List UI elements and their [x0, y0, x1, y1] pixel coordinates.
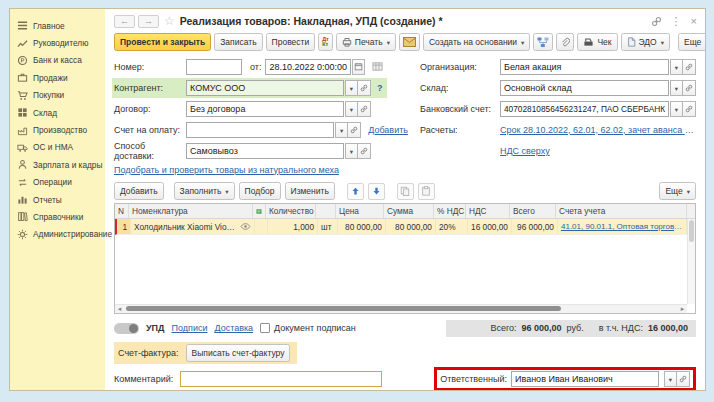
settlements-link[interactable]: Срок 28.10.2022, 62.01, 62.02, зачет ава…: [500, 125, 696, 135]
back-button[interactable]: [114, 15, 135, 28]
dt-kt-postings-button[interactable]: ДтКт: [318, 33, 333, 51]
sidebar-item-proizvodstvo[interactable]: Производство: [10, 121, 105, 138]
number-input[interactable]: [186, 59, 242, 75]
scrollbar-thumb[interactable]: [126, 306, 561, 311]
window-menu-icon[interactable]: [671, 15, 682, 28]
sidebar-item-prodazhi[interactable]: Продажи: [10, 69, 105, 86]
total-cell[interactable]: 96 000,00: [512, 219, 558, 234]
contract-dropdown-button[interactable]: [345, 101, 358, 117]
fill-button[interactable]: Заполнить: [174, 182, 235, 200]
signatures-link[interactable]: Подписи: [171, 323, 207, 333]
horizontal-scrollbar[interactable]: [115, 304, 687, 313]
scroll-right-arrow[interactable]: [678, 305, 687, 313]
responsible-dropdown-button[interactable]: [664, 371, 677, 387]
sidebar-item-administrirovanie[interactable]: Администрирование: [10, 226, 105, 243]
paste-rows-button[interactable]: [418, 183, 435, 200]
sidebar-item-sklad[interactable]: Склад: [10, 104, 105, 121]
accounts-cell[interactable]: 41.01, 90.01.1, Оптовая торговля, 90.02.…: [558, 219, 687, 234]
sum-cell[interactable]: 80 000,00: [386, 219, 436, 234]
vertical-scrollbar[interactable]: [687, 219, 695, 304]
items-more-button[interactable]: Еще: [659, 182, 696, 200]
col-sum[interactable]: Сумма: [384, 204, 434, 218]
payment-invoice-input[interactable]: [186, 122, 334, 138]
warehouse-open-button[interactable]: [683, 80, 696, 96]
attachments-button[interactable]: [556, 33, 574, 51]
vat-cell[interactable]: 16 000,00: [468, 219, 512, 234]
contract-input[interactable]: Без договора: [186, 101, 344, 117]
issue-invoice-button[interactable]: Выписать счет-фактуру: [186, 344, 291, 362]
fur-check-link[interactable]: Подобрать и проверить товары из натураль…: [114, 165, 339, 175]
col-vat[interactable]: НДС: [466, 204, 510, 218]
upd-toggle[interactable]: [114, 323, 139, 334]
document-signed-checkbox[interactable]: [260, 323, 270, 333]
scrollbar-thumb[interactable]: [689, 220, 694, 242]
send-email-button[interactable]: [399, 33, 420, 51]
post-and-close-button[interactable]: Провести и закрыть: [114, 33, 211, 51]
table-row[interactable]: 1 Холодильник Xiaomi Viomi... 1,000 шт 8…: [115, 219, 687, 235]
counterparty-input[interactable]: КОМУС ООО: [186, 80, 344, 96]
col-content-flag[interactable]: [253, 204, 266, 218]
qty-cell[interactable]: 1,000: [268, 219, 318, 234]
bank-account-input[interactable]: 40702810856456231247, ПАО СБЕРБАНК: [500, 101, 669, 117]
more-button[interactable]: Еще: [678, 33, 706, 51]
delivery-link[interactable]: Доставка: [214, 323, 253, 333]
sidebar-item-rukovoditelyu[interactable]: Руководителю: [10, 34, 105, 51]
counterparty-help-icon[interactable]: ?: [377, 83, 383, 93]
price-cell[interactable]: 80 000,00: [338, 219, 386, 234]
forward-button[interactable]: [138, 15, 159, 28]
sidebar-item-os-i-nma[interactable]: ОС и НМА: [10, 139, 105, 156]
bank-account-open-button[interactable]: [683, 101, 696, 117]
col-unit[interactable]: [316, 204, 336, 218]
check-receipt-button[interactable]: Чек: [577, 33, 617, 51]
col-accounts[interactable]: Счета учета: [556, 204, 687, 218]
post-button[interactable]: Провести: [266, 33, 316, 51]
payment-invoice-open-button[interactable]: [348, 122, 361, 138]
add-row-button[interactable]: Добавить: [114, 182, 164, 200]
add-invoice-link[interactable]: Добавить: [368, 125, 408, 135]
sidebar-item-zarplata-i-kadry[interactable]: Зарплата и кадры: [10, 156, 105, 173]
get-link-icon[interactable]: [651, 16, 662, 27]
bank-account-dropdown-button[interactable]: [670, 101, 683, 117]
move-row-up-button[interactable]: [347, 183, 364, 200]
delivery-open-button[interactable]: [358, 143, 371, 159]
sidebar-item-bank-i-kassa[interactable]: Банк и касса: [10, 52, 105, 69]
col-nomenclature[interactable]: Номенклатура: [129, 204, 253, 218]
sidebar-item-otchety[interactable]: Отчеты: [10, 191, 105, 208]
save-button[interactable]: Записать: [214, 33, 262, 51]
nomenclature-cell[interactable]: Холодильник Xiaomi Viomi...: [131, 219, 255, 234]
col-num[interactable]: N: [115, 204, 129, 218]
organization-open-button[interactable]: [683, 59, 696, 75]
counterparty-dropdown-button[interactable]: [345, 80, 358, 96]
date-input[interactable]: 28.10.2022 0:00:00: [265, 59, 351, 75]
warehouse-input[interactable]: Основной склад: [500, 80, 669, 96]
contract-open-button[interactable]: [358, 101, 371, 117]
history-icon[interactable]: [372, 61, 383, 72]
print-button[interactable]: Печать: [336, 33, 396, 51]
col-qty[interactable]: Количество: [266, 204, 316, 218]
delivery-method-input[interactable]: Самовывоз: [186, 143, 344, 159]
edo-button[interactable]: ЭДО: [621, 33, 670, 51]
responsible-input[interactable]: Иванов Иван Иванович: [511, 371, 659, 387]
organization-input[interactable]: Белая акация: [500, 59, 669, 75]
close-icon[interactable]: [691, 15, 697, 27]
sidebar-item-glavnoe[interactable]: Главное: [10, 17, 105, 34]
organization-dropdown-button[interactable]: [670, 59, 683, 75]
vat-mode-link[interactable]: НДС сверху: [500, 146, 550, 156]
col-vat-pct[interactable]: % НДС: [434, 204, 466, 218]
create-based-on-button[interactable]: Создать на основании: [423, 33, 530, 51]
related-documents-button[interactable]: [533, 33, 553, 51]
col-price[interactable]: Цена: [336, 204, 384, 218]
comment-input[interactable]: [180, 371, 382, 387]
scroll-left-arrow[interactable]: [115, 305, 124, 313]
sidebar-item-operacii[interactable]: Операции: [10, 174, 105, 191]
eye-icon[interactable]: [240, 222, 251, 231]
counterparty-open-button[interactable]: [358, 80, 371, 96]
move-row-down-button[interactable]: [368, 183, 385, 200]
responsible-open-button[interactable]: [677, 371, 690, 387]
col-total[interactable]: Всего: [510, 204, 556, 218]
favorite-star-icon[interactable]: [164, 14, 175, 28]
copy-rows-button[interactable]: [397, 183, 414, 200]
sidebar-item-pokupki[interactable]: Покупки: [10, 87, 105, 104]
content-flag-cell[interactable]: [255, 219, 268, 234]
unit-cell[interactable]: шт: [318, 219, 338, 234]
